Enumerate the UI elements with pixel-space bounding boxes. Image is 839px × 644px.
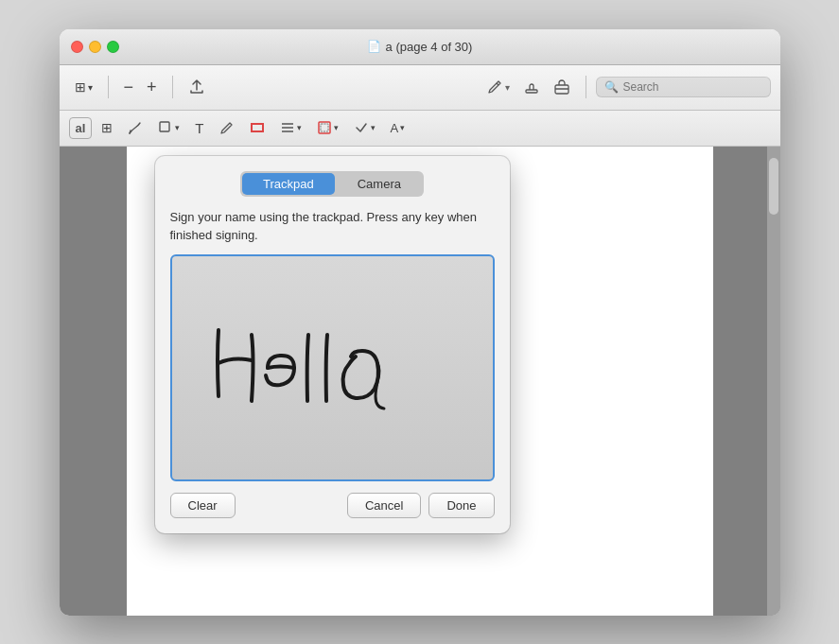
search-input[interactable] [623, 80, 762, 94]
align-chevron-icon: ▾ [297, 123, 302, 132]
pen-tool-button[interactable]: ▾ [481, 75, 516, 99]
align-button[interactable]: ▾ [274, 117, 307, 138]
toolbox-button[interactable] [548, 75, 576, 99]
sidebar-icon: ⊞ [75, 79, 86, 95]
signature-popup: Trackpad Camera Sign your name using the… [155, 156, 510, 533]
svg-rect-0 [526, 90, 537, 93]
tab-trackpad[interactable]: Trackpad [242, 173, 335, 195]
popup-footer: Clear Cancel Done [170, 493, 495, 518]
text-insert-icon: aI [76, 121, 86, 135]
selection-icon: ⊞ [101, 120, 113, 135]
cancel-button[interactable]: Cancel [347, 493, 421, 518]
sidebar-toggle-button[interactable]: ⊞ ▾ [69, 76, 98, 98]
svg-rect-3 [160, 122, 169, 131]
tab-bar: Trackpad Camera [170, 171, 495, 197]
svg-rect-4 [252, 124, 263, 131]
text-size-chevron-icon: ▾ [400, 123, 405, 132]
annotation-controls: ▾ [481, 75, 576, 99]
title-text: a (page 4 of 30) [386, 40, 473, 54]
separator-3 [586, 76, 586, 98]
check-button[interactable]: ▾ [348, 117, 381, 138]
view-controls: ⊞ ▾ [69, 76, 98, 98]
separator-1 [108, 76, 109, 98]
scrollbar-thumb[interactable] [769, 158, 778, 215]
check-chevron-icon: ▾ [371, 123, 376, 132]
sidebar-chevron-icon: ▾ [88, 82, 93, 93]
pen-chevron-icon: ▾ [505, 82, 510, 93]
selection-button[interactable]: ⊞ [96, 117, 118, 138]
maximize-button[interactable] [107, 41, 119, 53]
app-window: 📄 a (page 4 of 30) ⊞ ▾ − + [60, 29, 780, 616]
search-box: 🔍 [596, 77, 771, 97]
svg-rect-9 [321, 124, 328, 131]
window-title: 📄 a (page 4 of 30) [367, 40, 473, 54]
done-button[interactable]: Done [428, 493, 494, 518]
document-icon: 📄 [367, 40, 381, 53]
border-chevron-icon: ▾ [334, 123, 339, 132]
zoom-controls: − + [118, 74, 163, 101]
text-size-button[interactable]: A ▾ [385, 118, 411, 138]
rect-tool-button[interactable] [244, 117, 271, 138]
search-icon: 🔍 [604, 80, 619, 94]
share-button[interactable] [183, 75, 211, 99]
close-button[interactable] [71, 41, 83, 53]
shape-chevron-icon: ▾ [175, 123, 180, 132]
signature-canvas[interactable] [170, 254, 495, 481]
popup-instruction: Sign your name using the trackpad. Press… [170, 208, 495, 245]
main-toolbar: ⊞ ▾ − + ▾ [60, 65, 780, 111]
tab-group: Trackpad Camera [240, 171, 424, 197]
clear-button[interactable]: Clear [170, 493, 236, 518]
text-size-icon: A [391, 121, 399, 135]
traffic-lights [71, 41, 119, 53]
zoom-out-button[interactable]: − [118, 74, 140, 101]
text-tool-icon: T [195, 120, 203, 136]
annotation-toolbar: aI ⊞ ▾ T [60, 111, 780, 147]
border-color-button[interactable]: ▾ [311, 117, 344, 138]
minimize-button[interactable] [89, 41, 101, 53]
stamp-button[interactable] [517, 75, 546, 99]
zoom-in-button[interactable]: + [141, 74, 163, 101]
handwrite-button[interactable] [122, 117, 149, 138]
shape-dropdown-button[interactable]: ▾ [152, 117, 185, 138]
scrollbar[interactable] [767, 147, 780, 616]
text-tool-button[interactable]: T [189, 117, 209, 139]
separator-2 [172, 76, 173, 98]
content-area: Trackpad Camera Sign your name using the… [60, 147, 780, 616]
signature-pen-button[interactable] [214, 117, 240, 138]
document-page: Trackpad Camera Sign your name using the… [127, 147, 713, 616]
text-insert-button[interactable]: aI [69, 117, 93, 139]
titlebar: 📄 a (page 4 of 30) [60, 29, 780, 65]
tab-camera[interactable]: Camera [337, 173, 422, 195]
